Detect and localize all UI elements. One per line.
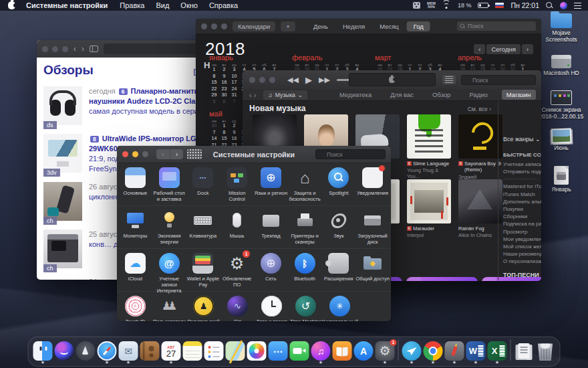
desktop-icon[interactable]: Снимок экрана 2018-0...22.00.15 <box>536 90 587 120</box>
album-artist[interactable]: Alice In Chains <box>458 232 502 238</box>
album-item[interactable]: E Sayonara Boy Э (Remix) Элджей <box>458 114 502 180</box>
maps-dock-icon[interactable] <box>226 341 245 361</box>
dock-item[interactable]: ♫ <box>311 341 331 363</box>
preference-pane-button[interactable]: ▪▪▪ Dock <box>186 167 220 202</box>
minimize-icon[interactable] <box>259 77 265 83</box>
preference-pane-button[interactable]: Экономия энергии <box>152 210 186 245</box>
media-kind-dropdown[interactable]: ♫ Музыка ⌄ <box>263 90 307 100</box>
preference-pane-button[interactable]: ⌂ Защита и безопасность <box>288 167 322 202</box>
preference-pane-button[interactable]: ◆ Общий доступ <box>355 253 390 288</box>
facetime-dock-icon[interactable] <box>290 341 309 361</box>
calendar-day[interactable]: 2 <box>229 123 239 130</box>
quick-link[interactable]: Отправить пода <box>503 168 541 175</box>
preference-pane-button[interactable]: Звук <box>322 210 356 245</box>
menu-bar-clock[interactable]: Пн 22:01 <box>510 1 539 9</box>
excel-dock-icon[interactable]: X <box>488 341 507 361</box>
calendar-day[interactable]: 6 <box>219 99 229 106</box>
contacts-dock-icon[interactable] <box>140 341 160 361</box>
preference-pane-button[interactable]: Расширения <box>322 253 356 288</box>
dock-item[interactable] <box>247 341 267 363</box>
add-event-button[interactable]: + <box>281 21 295 31</box>
next-track-button[interactable]: ▶▶ <box>319 76 330 84</box>
apple-menu-icon[interactable] <box>8 1 15 9</box>
view-tab[interactable]: День <box>307 21 335 31</box>
article-thumbnail[interactable] <box>43 277 82 280</box>
dock-separator[interactable] <box>510 339 511 361</box>
dock-separator[interactable] <box>398 339 399 361</box>
forward-icon[interactable]: › <box>82 45 84 53</box>
preference-pane-button[interactable]: ᛒ Bluetooth <box>288 253 322 288</box>
minimize-icon[interactable] <box>52 46 58 52</box>
close-icon[interactable] <box>42 46 48 52</box>
next-button[interactable]: › <box>522 44 533 54</box>
dock-item[interactable] <box>55 341 74 363</box>
preference-pane-button[interactable]: Мониторы <box>118 210 152 245</box>
chrome-dock-icon[interactable] <box>424 341 443 361</box>
quick-link[interactable]: Дополнить альб <box>503 198 541 205</box>
close-icon[interactable] <box>249 77 255 83</box>
prev-button[interactable]: ‹ <box>474 44 485 54</box>
up-next-list-icon[interactable] <box>442 75 456 84</box>
calendar-day[interactable]: 30 <box>209 123 219 130</box>
calendar-day[interactable]: 30 <box>219 92 229 99</box>
forward-icon[interactable]: › <box>170 149 183 159</box>
istat-menu-icon[interactable] <box>413 2 420 9</box>
article-thumbnail[interactable]: ds <box>43 86 82 125</box>
view-tab[interactable]: Год <box>407 21 430 31</box>
preference-pane-button[interactable]: Mission Control <box>220 167 254 202</box>
calendar-day[interactable]: 10 <box>229 74 239 80</box>
input-language-flag-icon[interactable] <box>495 3 504 8</box>
menu-item[interactable]: Окно <box>180 1 198 9</box>
album-cover[interactable] <box>407 114 451 159</box>
keka-dock-icon[interactable] <box>445 341 464 361</box>
album-artist[interactable]: Interpol <box>407 232 451 238</box>
dock-item[interactable] <box>424 341 443 363</box>
dock-item[interactable] <box>514 341 534 363</box>
calendar-day[interactable]: 16 <box>229 136 239 143</box>
calendar-day[interactable]: 7 <box>209 130 219 136</box>
store-nav-tab[interactable]: Магазин <box>502 90 536 100</box>
playlist-banner[interactable]: Никаких обязательств <box>406 277 478 281</box>
dock-item[interactable]: … <box>269 341 288 363</box>
memory-status[interactable]: MEM 50% <box>427 2 436 9</box>
zoom-icon[interactable] <box>221 23 227 29</box>
calendar-day[interactable]: 29 <box>209 92 219 99</box>
album-title[interactable]: Rainier Fog <box>458 225 484 232</box>
calendar-day[interactable]: 1 <box>209 67 219 74</box>
view-tab[interactable]: Месяц <box>373 21 406 31</box>
close-icon[interactable] <box>122 151 128 157</box>
calendar-day[interactable]: 1 <box>219 123 229 130</box>
article-thumbnail[interactable]: 3dv <box>43 134 82 173</box>
preference-pane-button[interactable]: Загрузочный диск <box>355 210 390 245</box>
preference-pane-button[interactable]: ⚙ 1 Обновление ПО <box>220 253 254 288</box>
dock-item[interactable] <box>333 341 352 363</box>
quick-link[interactable]: Просмотр <box>503 228 541 236</box>
sp-search-input[interactable] <box>315 149 386 159</box>
calendar-traffic-lights[interactable] <box>201 23 227 29</box>
minimize-icon[interactable] <box>132 151 138 157</box>
calendars-button[interactable]: Календари <box>233 21 275 31</box>
dock-item[interactable] <box>183 341 202 363</box>
play-button[interactable]: ▶ <box>305 75 312 85</box>
dock-item[interactable] <box>204 341 224 363</box>
quick-link[interactable]: Mastered for iTu <box>503 183 541 190</box>
album-artist[interactable]: Young Thug & You… <box>407 167 451 179</box>
notes-dock-icon[interactable] <box>183 341 202 361</box>
album-title[interactable]: Sayonara Boy Э (Remix) <box>464 161 502 173</box>
dock-item[interactable] <box>33 341 53 363</box>
wifi-icon[interactable] <box>442 2 451 9</box>
calendar-day[interactable]: 15 <box>209 80 219 86</box>
desktop-icon[interactable]: Macintosh HD <box>536 55 587 77</box>
calendar-day[interactable]: 7 <box>229 99 239 106</box>
album-item[interactable]: E Marauder Interpol <box>407 179 451 238</box>
telegram-dock-icon[interactable] <box>402 341 422 361</box>
quick-link[interactable]: Мой список жел <box>503 243 541 250</box>
downloads-stack-icon[interactable] <box>514 341 534 361</box>
preference-pane-button[interactable]: Трекпад <box>254 210 288 245</box>
quick-link[interactable]: Наши рекоменд <box>503 250 541 258</box>
desktop-icon[interactable]: Январь <box>536 166 587 193</box>
quick-link[interactable]: Покупки <box>503 205 541 213</box>
calendar-day[interactable]: 23 <box>219 86 229 93</box>
see-all-link[interactable]: См. все › <box>468 106 491 112</box>
back-icon[interactable]: ‹ <box>249 91 252 99</box>
